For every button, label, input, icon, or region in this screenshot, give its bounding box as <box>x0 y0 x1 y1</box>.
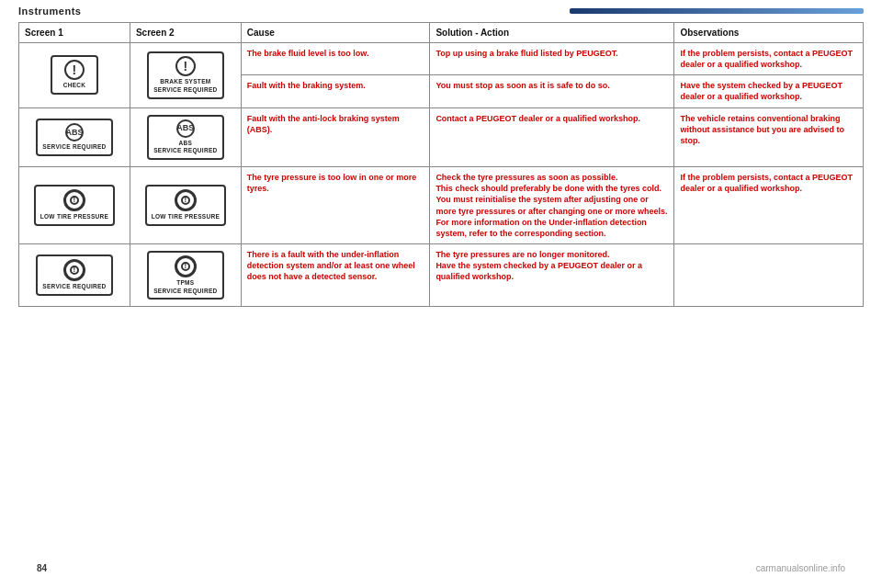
table-row: ! SERVICE REQUIRED ! TPMSSERVICE REQUIRE… <box>19 243 864 307</box>
cause-text-abs: Fault with the anti-lock braking system … <box>247 114 400 134</box>
exclaim-icon2: ! <box>184 58 188 75</box>
cause-text-tyre-low: The tyre pressure is too low in one or m… <box>247 173 417 193</box>
solution-brake-fault: You must stop as soon as it is safe to d… <box>430 75 674 107</box>
solution-text-abs: Contact a PEUGEOT dealer or a qualified … <box>435 114 640 123</box>
screen2-tyre-low: ! LOW TIRE PRESSURE <box>130 167 241 244</box>
screen1-tpms: ! SERVICE REQUIRED <box>19 243 130 307</box>
screen1-abs: ABS SERVICE REQUIRED <box>19 107 130 167</box>
table-row: ! LOW TIRE PRESSURE ! LOW TIRE PRESSURE … <box>19 167 864 244</box>
col-screen2: Screen 2 <box>130 23 241 43</box>
watermark: carmanualsonline.info <box>756 563 845 573</box>
abs-icon: ABS <box>65 127 83 138</box>
abs-service-label2: ABSSERVICE REQUIRED <box>153 140 217 156</box>
screen2-abs: ABS ABSSERVICE REQUIRED <box>130 107 241 167</box>
solution-tpms: The tyre pressures are no longer monitor… <box>430 243 674 307</box>
obs-brake-low: If the problem persists, contact a PEUGE… <box>674 43 864 75</box>
tyre-icon1: ! <box>63 189 85 211</box>
main-table-container: Screen 1 Screen 2 Cause Solution - Actio… <box>0 18 882 311</box>
tyre-icon4: ! <box>175 255 197 277</box>
obs-brake-fault: Have the system checked by a PEUGEOT dea… <box>674 75 864 107</box>
solution-tyre-low: Check the tyre pressures as soon as poss… <box>430 167 674 244</box>
obs-tyre-low: If the problem persists, contact a PEUGE… <box>674 167 864 244</box>
abs-icon2: ABS <box>176 122 194 133</box>
cause-text-tpms: There is a fault with the under-inflatio… <box>247 250 415 281</box>
col-cause: Cause <box>241 23 430 43</box>
exclaim-icon: ! <box>73 62 77 79</box>
col-solution: Solution - Action <box>430 23 674 43</box>
cause-abs: Fault with the anti-lock braking system … <box>241 107 430 167</box>
solution-text-tyre-low: Check the tyre pressures as soon as poss… <box>435 173 667 238</box>
cause-tpms: There is a fault with the under-inflatio… <box>241 243 430 307</box>
screen2-tpms: ! TPMSSERVICE REQUIRED <box>130 243 241 307</box>
instruments-table: Screen 1 Screen 2 Cause Solution - Actio… <box>18 22 864 307</box>
screen2-brake: ! BRAKE SYSTEMSERVICE REQUIRED <box>130 43 241 108</box>
table-row: ! CHECK ! BRAKE SYSTEMSERVICE REQUIRED T… <box>19 43 864 75</box>
cause-brake-low: The brake fluid level is too low. <box>241 43 430 75</box>
screen1-tyre-low: ! LOW TIRE PRESSURE <box>19 167 130 244</box>
solution-text-brake-low: Top up using a brake fluid listed by PEU… <box>435 49 617 58</box>
page-number: 84 <box>37 563 47 573</box>
obs-abs: The vehicle retains conventional braking… <box>674 107 864 167</box>
solution-brake-low: Top up using a brake fluid listed by PEU… <box>430 43 674 75</box>
page-title: Instruments <box>18 6 81 17</box>
obs-text-brake-fault: Have the system checked by a PEUGEOT dea… <box>680 81 842 101</box>
tyre-icon3: ! <box>63 259 85 281</box>
cause-text-brake-fault: Fault with the braking system. <box>247 81 366 90</box>
solution-text-brake-fault: You must stop as soon as it is safe to d… <box>435 81 609 90</box>
low-tire-label2: LOW TIRE PRESSURE <box>152 213 220 221</box>
table-row: ABS SERVICE REQUIRED ABS ABSSERVICE <box>19 107 864 167</box>
solution-abs: Contact a PEUGEOT dealer or a qualified … <box>430 107 674 167</box>
cause-tyre-low: The tyre pressure is too low in one or m… <box>241 167 430 244</box>
solution-text-tpms: The tyre pressures are no longer monitor… <box>435 250 642 281</box>
abs-service-label: SERVICE REQUIRED <box>42 143 106 152</box>
cause-brake-fault: Fault with the braking system. <box>241 75 430 107</box>
screen1-brake: ! CHECK <box>19 43 130 108</box>
tyre-icon2: ! <box>175 189 197 211</box>
low-tire-label1: LOW TIRE PRESSURE <box>40 213 108 221</box>
tpms-service-label2: TPMSSERVICE REQUIRED <box>153 279 217 296</box>
obs-text-tyre-low: If the problem persists, contact a PEUGE… <box>680 173 853 193</box>
obs-text-abs: The vehicle retains conventional braking… <box>680 114 844 145</box>
col-screen1: Screen 1 <box>19 23 130 43</box>
brake-label: BRAKE SYSTEMSERVICE REQUIRED <box>153 78 217 95</box>
col-observations: Observations <box>674 23 864 43</box>
cause-text-brake-low: The brake fluid level is too low. <box>247 49 369 58</box>
tpms-service-label1: SERVICE REQUIRED <box>42 283 106 291</box>
check-label: CHECK <box>63 82 86 90</box>
obs-tpms <box>674 243 864 307</box>
obs-text-brake-low: If the problem persists, contact a PEUGE… <box>680 49 853 69</box>
